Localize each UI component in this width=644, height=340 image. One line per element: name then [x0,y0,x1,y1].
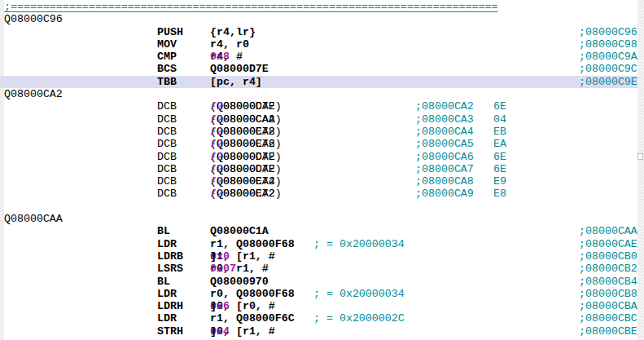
instruction-line[interactable]: PUSH{r4,lr};08000C96 [0,26,637,38]
mnemonic: DCB [157,126,177,138]
instruction-line[interactable]: STRHr0, [r1, #0x4];08000CBE [0,325,637,338]
address-comment: ;08000C96 [579,26,637,38]
mnemonic: BCS [157,63,177,75]
byte-value: 04 [493,113,506,126]
mnemonic: DCB [157,188,177,200]
separator-text: ;=======================================… [4,1,497,13]
mnemonic: TBB [157,76,177,88]
mnemonic: DCB [157,163,177,175]
address-comment: ;08000CAE [579,238,637,250]
instruction-line[interactable]: LDRr0, Q08000F68; = 0x20000034;08000CB8 [0,288,637,300]
address-comment: ;08000CBC [579,312,637,325]
value-comment: ; = 0x20000034 [313,238,405,250]
address-comment: ;08000CA5 [415,138,474,150]
address-comment: ;08000CA8 [415,175,474,188]
mnemonic: DCB [157,100,177,113]
instruction-line[interactable]: CMPr4, #0x8;08000C9A [0,51,637,63]
byte-value: 6E [493,100,506,113]
label-line[interactable]: Q08000CAA [0,213,637,225]
label: Q08000CAA [4,213,63,225]
mnemonic: LDR [157,312,177,325]
data-line[interactable]: DCB(Q08000E72 - Q08000CA2) / 2;08000CA9E… [0,188,637,200]
mnemonic: BL [157,225,170,237]
mnemonic: LDR [157,238,177,250]
address-comment: ;08000C9A [579,51,637,63]
disassembly-listing: ;=======================================… [0,1,637,338]
data-line[interactable]: DCB(Q08000D7E - Q08000CA2) / 2;08000CA26… [0,100,637,113]
mnemonic: LDRH [157,300,183,312]
address-comment: ;08000CA6 [415,151,474,163]
address-comment: ;08000CB0 [579,250,637,263]
byte-value: E9 [493,175,506,188]
data-line[interactable]: DCB(Q08000E74 - Q08000CA2) / 2;08000CA8E… [0,175,637,188]
mnemonic: LDRB [157,250,183,263]
address-comment: ;08000CB2 [579,263,637,275]
address-comment: ;08000CB8 [579,288,637,300]
instruction-line[interactable]: LDRr1, Q08000F68; = 0x20000034;08000CAE [0,238,637,250]
mnemonic: STRH [157,325,183,338]
mnemonic: DCB [157,151,177,163]
value-comment: ; = 0x20000034 [313,288,405,300]
address-comment: ;08000CA3 [415,113,474,126]
mnemonic: PUSH [157,26,183,38]
label: Q08000CA2 [4,88,63,100]
instruction-line[interactable]: BCSQ08000D7E;08000C9C [0,63,637,75]
instruction-line[interactable]: BLQ08000970;08000CB4 [0,276,637,288]
address-comment: ;08000CBA [579,300,637,312]
mnemonic: DCB [157,175,177,188]
address-comment: ;08000CAA [579,225,637,237]
address-comment: ;08000CA2 [415,100,474,113]
separator-line[interactable]: ;=======================================… [0,1,637,13]
mnemonic: DCB [157,138,177,150]
mnemonic: LSRS [157,263,183,275]
instruction-line[interactable]: BLQ08000C1A;08000CAA [0,225,637,237]
label-line[interactable]: Q08000C96 [0,13,637,25]
mnemonic: MOV [157,38,177,51]
address-comment: ;08000CA9 [415,188,474,200]
byte-value: 6E [493,163,506,175]
byte-value: E8 [493,188,506,200]
data-line[interactable]: DCB(Q08000CAA - Q08000CA2) / 2;08000CA30… [0,113,637,126]
data-line[interactable]: DCB(Q08000D7E - Q08000CA2) / 2;08000CA66… [0,151,637,163]
instruction-line[interactable]: LDRBr1, [r1, #0x0];08000CB0 [0,250,637,263]
instruction-line[interactable]: LDRHr0, [r0, #0x6];08000CBA [0,300,637,312]
address-comment: ;08000C98 [579,38,637,51]
address-comment: ;08000CB4 [579,276,637,288]
instruction-line[interactable]: MOVr4, r0;08000C98 [0,38,637,51]
address-comment: ;08000C9E [579,76,637,88]
data-line[interactable]: DCB(Q08000E76 - Q08000CA2) / 2;08000CA5E… [0,138,637,150]
scrollbar-marker[interactable] [637,153,643,160]
blank-line [0,201,637,213]
data-line[interactable]: DCB(Q08000E78 - Q08000CA2) / 2;08000CA4E… [0,126,637,138]
address-comment: ;08000CA7 [415,163,474,175]
value-comment: ; = 0x2000002C [313,312,405,325]
instruction-line[interactable]: LSRSr0, r1, #0x07;08000CB2 [0,263,637,275]
address-comment: ;08000CBE [579,325,637,338]
instruction-line[interactable]: TBB[pc, r4];08000C9E [0,76,637,88]
right-gutter [637,0,644,340]
address-comment: ;08000CA4 [415,126,474,138]
mnemonic: BL [157,276,170,288]
byte-value: EB [493,126,506,138]
mnemonic: DCB [157,113,177,126]
data-line[interactable]: DCB(Q08000D7E - Q08000CA2) / 2;08000CA76… [0,163,637,175]
address-comment: ;08000C9C [579,63,637,75]
label-line[interactable]: Q08000CA2 [0,88,637,100]
byte-value: 6E [493,151,506,163]
byte-value: EA [493,138,506,150]
mnemonic: CMP [157,51,177,63]
instruction-line[interactable]: LDRr1, Q08000F6C; = 0x2000002C;08000CBC [0,312,637,325]
mnemonic: LDR [157,288,177,300]
label: Q08000C96 [4,13,63,25]
